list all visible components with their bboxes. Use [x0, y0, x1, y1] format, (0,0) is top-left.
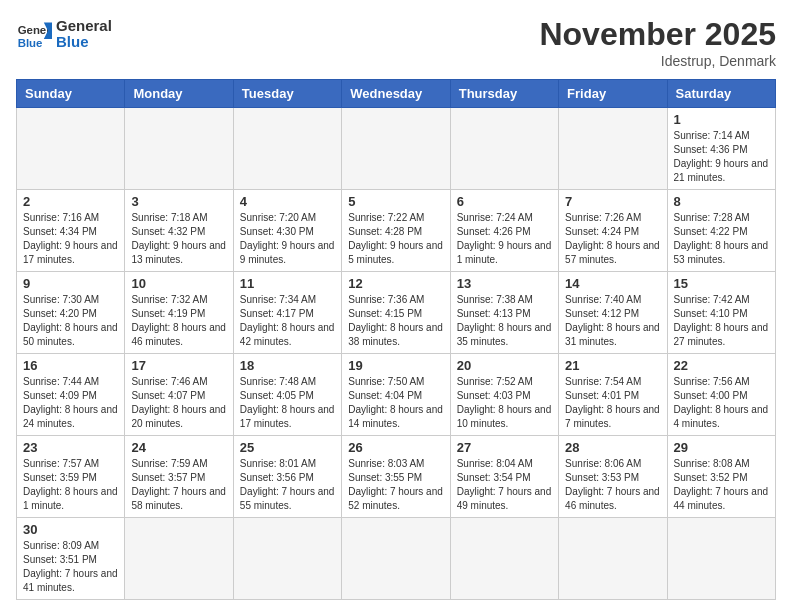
- day-info: Sunrise: 7:26 AM Sunset: 4:24 PM Dayligh…: [565, 211, 660, 267]
- day-of-week-header: Wednesday: [342, 80, 450, 108]
- day-number: 6: [457, 194, 552, 209]
- day-of-week-header: Monday: [125, 80, 233, 108]
- calendar-day-cell: 18Sunrise: 7:48 AM Sunset: 4:05 PM Dayli…: [233, 354, 341, 436]
- day-info: Sunrise: 7:50 AM Sunset: 4:04 PM Dayligh…: [348, 375, 443, 431]
- calendar-body: 1Sunrise: 7:14 AM Sunset: 4:36 PM Daylig…: [17, 108, 776, 600]
- day-number: 23: [23, 440, 118, 455]
- calendar-week-row: 1Sunrise: 7:14 AM Sunset: 4:36 PM Daylig…: [17, 108, 776, 190]
- day-number: 4: [240, 194, 335, 209]
- day-info: Sunrise: 7:18 AM Sunset: 4:32 PM Dayligh…: [131, 211, 226, 267]
- logo-icon: General Blue: [16, 16, 52, 52]
- day-info: Sunrise: 7:42 AM Sunset: 4:10 PM Dayligh…: [674, 293, 769, 349]
- day-of-week-header: Tuesday: [233, 80, 341, 108]
- day-info: Sunrise: 7:52 AM Sunset: 4:03 PM Dayligh…: [457, 375, 552, 431]
- calendar-day-cell: 5Sunrise: 7:22 AM Sunset: 4:28 PM Daylig…: [342, 190, 450, 272]
- day-number: 17: [131, 358, 226, 373]
- day-number: 12: [348, 276, 443, 291]
- day-info: Sunrise: 8:08 AM Sunset: 3:52 PM Dayligh…: [674, 457, 769, 513]
- svg-text:Blue: Blue: [18, 37, 43, 49]
- calendar-day-cell: 24Sunrise: 7:59 AM Sunset: 3:57 PM Dayli…: [125, 436, 233, 518]
- day-number: 29: [674, 440, 769, 455]
- day-number: 3: [131, 194, 226, 209]
- day-info: Sunrise: 7:57 AM Sunset: 3:59 PM Dayligh…: [23, 457, 118, 513]
- day-info: Sunrise: 7:28 AM Sunset: 4:22 PM Dayligh…: [674, 211, 769, 267]
- calendar-week-row: 9Sunrise: 7:30 AM Sunset: 4:20 PM Daylig…: [17, 272, 776, 354]
- calendar-day-cell: [233, 518, 341, 600]
- day-info: Sunrise: 7:40 AM Sunset: 4:12 PM Dayligh…: [565, 293, 660, 349]
- calendar-day-cell: [233, 108, 341, 190]
- calendar-day-cell: [17, 108, 125, 190]
- day-of-week-header: Thursday: [450, 80, 558, 108]
- calendar-day-cell: 20Sunrise: 7:52 AM Sunset: 4:03 PM Dayli…: [450, 354, 558, 436]
- month-title: November 2025: [539, 16, 776, 53]
- location-title: Idestrup, Denmark: [539, 53, 776, 69]
- calendar-day-cell: [450, 518, 558, 600]
- day-info: Sunrise: 8:04 AM Sunset: 3:54 PM Dayligh…: [457, 457, 552, 513]
- calendar-day-cell: 7Sunrise: 7:26 AM Sunset: 4:24 PM Daylig…: [559, 190, 667, 272]
- day-of-week-header: Friday: [559, 80, 667, 108]
- calendar-day-cell: [125, 518, 233, 600]
- calendar-day-cell: 27Sunrise: 8:04 AM Sunset: 3:54 PM Dayli…: [450, 436, 558, 518]
- day-info: Sunrise: 7:59 AM Sunset: 3:57 PM Dayligh…: [131, 457, 226, 513]
- day-number: 18: [240, 358, 335, 373]
- calendar-day-cell: 28Sunrise: 8:06 AM Sunset: 3:53 PM Dayli…: [559, 436, 667, 518]
- calendar-day-cell: 2Sunrise: 7:16 AM Sunset: 4:34 PM Daylig…: [17, 190, 125, 272]
- day-number: 1: [674, 112, 769, 127]
- calendar-week-row: 16Sunrise: 7:44 AM Sunset: 4:09 PM Dayli…: [17, 354, 776, 436]
- calendar-day-cell: 13Sunrise: 7:38 AM Sunset: 4:13 PM Dayli…: [450, 272, 558, 354]
- day-info: Sunrise: 7:14 AM Sunset: 4:36 PM Dayligh…: [674, 129, 769, 185]
- day-info: Sunrise: 8:06 AM Sunset: 3:53 PM Dayligh…: [565, 457, 660, 513]
- logo-general-text: General: [56, 18, 112, 35]
- calendar-week-row: 2Sunrise: 7:16 AM Sunset: 4:34 PM Daylig…: [17, 190, 776, 272]
- calendar-day-cell: 4Sunrise: 7:20 AM Sunset: 4:30 PM Daylig…: [233, 190, 341, 272]
- day-info: Sunrise: 7:56 AM Sunset: 4:00 PM Dayligh…: [674, 375, 769, 431]
- day-of-week-header: Sunday: [17, 80, 125, 108]
- day-info: Sunrise: 8:01 AM Sunset: 3:56 PM Dayligh…: [240, 457, 335, 513]
- day-number: 19: [348, 358, 443, 373]
- day-info: Sunrise: 7:54 AM Sunset: 4:01 PM Dayligh…: [565, 375, 660, 431]
- day-number: 30: [23, 522, 118, 537]
- calendar-week-row: 30Sunrise: 8:09 AM Sunset: 3:51 PM Dayli…: [17, 518, 776, 600]
- calendar-day-cell: 6Sunrise: 7:24 AM Sunset: 4:26 PM Daylig…: [450, 190, 558, 272]
- calendar-week-row: 23Sunrise: 7:57 AM Sunset: 3:59 PM Dayli…: [17, 436, 776, 518]
- day-info: Sunrise: 7:30 AM Sunset: 4:20 PM Dayligh…: [23, 293, 118, 349]
- calendar-day-cell: 3Sunrise: 7:18 AM Sunset: 4:32 PM Daylig…: [125, 190, 233, 272]
- calendar-day-cell: [125, 108, 233, 190]
- day-info: Sunrise: 7:20 AM Sunset: 4:30 PM Dayligh…: [240, 211, 335, 267]
- day-number: 13: [457, 276, 552, 291]
- calendar-header-row: SundayMondayTuesdayWednesdayThursdayFrid…: [17, 80, 776, 108]
- calendar-table: SundayMondayTuesdayWednesdayThursdayFrid…: [16, 79, 776, 600]
- day-info: Sunrise: 7:44 AM Sunset: 4:09 PM Dayligh…: [23, 375, 118, 431]
- calendar-day-cell: 1Sunrise: 7:14 AM Sunset: 4:36 PM Daylig…: [667, 108, 775, 190]
- day-number: 28: [565, 440, 660, 455]
- title-area: November 2025 Idestrup, Denmark: [539, 16, 776, 69]
- day-number: 2: [23, 194, 118, 209]
- day-number: 14: [565, 276, 660, 291]
- day-number: 26: [348, 440, 443, 455]
- day-info: Sunrise: 8:03 AM Sunset: 3:55 PM Dayligh…: [348, 457, 443, 513]
- calendar-day-cell: 14Sunrise: 7:40 AM Sunset: 4:12 PM Dayli…: [559, 272, 667, 354]
- page-header: General Blue General Blue November 2025 …: [16, 16, 776, 69]
- day-number: 22: [674, 358, 769, 373]
- day-number: 20: [457, 358, 552, 373]
- calendar-day-cell: 25Sunrise: 8:01 AM Sunset: 3:56 PM Dayli…: [233, 436, 341, 518]
- day-info: Sunrise: 7:48 AM Sunset: 4:05 PM Dayligh…: [240, 375, 335, 431]
- calendar-day-cell: 21Sunrise: 7:54 AM Sunset: 4:01 PM Dayli…: [559, 354, 667, 436]
- day-info: Sunrise: 7:22 AM Sunset: 4:28 PM Dayligh…: [348, 211, 443, 267]
- calendar-day-cell: 11Sunrise: 7:34 AM Sunset: 4:17 PM Dayli…: [233, 272, 341, 354]
- day-number: 27: [457, 440, 552, 455]
- day-number: 25: [240, 440, 335, 455]
- calendar-day-cell: 16Sunrise: 7:44 AM Sunset: 4:09 PM Dayli…: [17, 354, 125, 436]
- day-number: 16: [23, 358, 118, 373]
- calendar-day-cell: 30Sunrise: 8:09 AM Sunset: 3:51 PM Dayli…: [17, 518, 125, 600]
- day-number: 8: [674, 194, 769, 209]
- day-number: 5: [348, 194, 443, 209]
- day-info: Sunrise: 7:38 AM Sunset: 4:13 PM Dayligh…: [457, 293, 552, 349]
- day-number: 7: [565, 194, 660, 209]
- day-number: 24: [131, 440, 226, 455]
- day-of-week-header: Saturday: [667, 80, 775, 108]
- logo: General Blue General Blue: [16, 16, 112, 52]
- calendar-day-cell: 22Sunrise: 7:56 AM Sunset: 4:00 PM Dayli…: [667, 354, 775, 436]
- calendar-day-cell: 29Sunrise: 8:08 AM Sunset: 3:52 PM Dayli…: [667, 436, 775, 518]
- calendar-day-cell: [450, 108, 558, 190]
